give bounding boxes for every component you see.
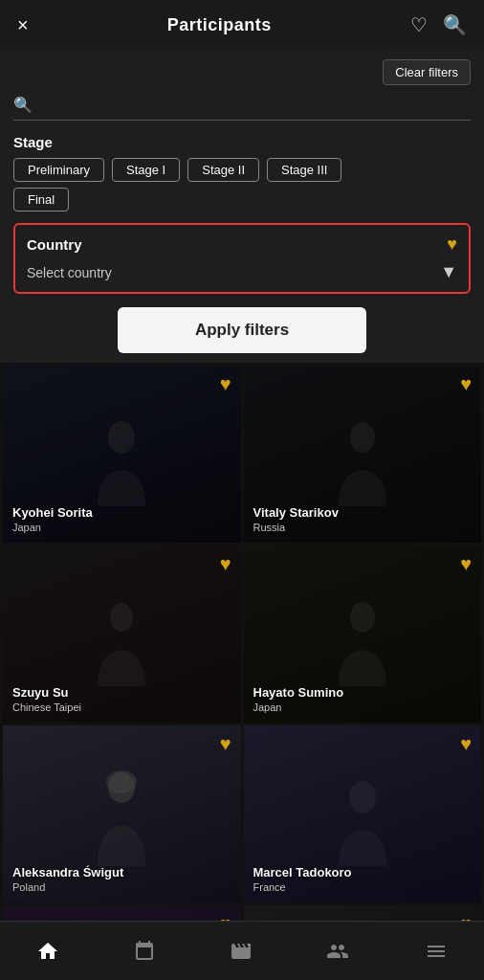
participant-card[interactable]: ♥ Vitaly Starikov Russia bbox=[244, 366, 482, 543]
country-section[interactable]: Country ♥ Select country ▼ bbox=[13, 223, 471, 294]
card-content: Marcel Tadokoro France bbox=[253, 865, 473, 893]
participant-card[interactable]: ♥ Hayato Sumino Japan bbox=[244, 546, 482, 723]
nav-participants[interactable] bbox=[326, 940, 351, 963]
participant-name: Marcel Tadokoro bbox=[253, 865, 473, 880]
participant-country: Japan bbox=[12, 522, 231, 533]
stage-buttons: Preliminary Stage I Stage II Stage III bbox=[13, 158, 471, 182]
participant-name: Vitaly Starikov bbox=[253, 505, 473, 520]
country-select-row: Select country ▼ bbox=[27, 262, 457, 282]
participant-country: Chinese Taipei bbox=[12, 702, 231, 713]
apply-filters-button[interactable]: Apply filters bbox=[118, 307, 366, 353]
card-heart-icon[interactable]: ♥ bbox=[220, 553, 231, 575]
card-heart-icon[interactable]: ♥ bbox=[460, 373, 472, 395]
stage-preliminary-button[interactable]: Preliminary bbox=[13, 158, 104, 182]
participant-card[interactable]: ♥ Kyohei Sorita Japan bbox=[3, 366, 241, 543]
participant-name: Aleksandra Świgut bbox=[12, 865, 231, 880]
card-heart-icon[interactable]: ♥ bbox=[460, 553, 472, 575]
stage-label: Stage bbox=[13, 134, 471, 150]
participant-name: Szuyu Su bbox=[12, 685, 231, 700]
card-content: Szuyu Su Chinese Taipei bbox=[12, 685, 231, 713]
svg-point-3 bbox=[350, 602, 375, 633]
card-content: Kyohei Sorita Japan bbox=[12, 505, 231, 533]
stage-buttons-row2: Final bbox=[13, 188, 471, 212]
card-heart-icon[interactable]: ♥ bbox=[220, 733, 231, 755]
bottom-nav bbox=[0, 921, 484, 980]
svg-point-0 bbox=[108, 421, 135, 454]
participant-name: Hayato Sumino bbox=[253, 685, 473, 700]
stage-3-button[interactable]: Stage III bbox=[267, 158, 341, 182]
participant-card[interactable]: ♥ Marcel Tadokoro France bbox=[244, 725, 482, 902]
search-header-icon[interactable]: 🔍 bbox=[443, 13, 467, 36]
stage-section: Stage Preliminary Stage I Stage II Stage… bbox=[13, 134, 471, 212]
stage-1-button[interactable]: Stage I bbox=[112, 158, 180, 182]
nav-menu[interactable] bbox=[425, 940, 448, 963]
card-content: Hayato Sumino Japan bbox=[253, 685, 473, 713]
search-input[interactable] bbox=[40, 97, 471, 113]
dropdown-arrow-icon: ▼ bbox=[440, 262, 457, 282]
nav-films[interactable] bbox=[230, 940, 253, 963]
nav-home[interactable] bbox=[36, 940, 59, 963]
close-icon[interactable]: × bbox=[17, 14, 29, 36]
svg-point-6 bbox=[349, 781, 376, 813]
stage-2-button[interactable]: Stage II bbox=[187, 158, 259, 182]
country-label: Country bbox=[27, 236, 82, 253]
favorites-icon[interactable]: ♡ bbox=[410, 13, 428, 36]
card-heart-icon[interactable]: ♥ bbox=[460, 733, 472, 755]
participant-card[interactable]: ♥ Aleksandra Świgut Poland bbox=[3, 725, 241, 902]
country-heart-icon: ♥ bbox=[447, 234, 457, 255]
filter-panel: Clear filters 🔍 Stage Preliminary Stage … bbox=[0, 50, 484, 363]
card-content: Vitaly Starikov Russia bbox=[253, 505, 473, 533]
participant-card[interactable]: ♥ Szuyu Su Chinese Taipei bbox=[3, 546, 241, 723]
svg-point-2 bbox=[110, 603, 133, 632]
svg-point-1 bbox=[350, 422, 375, 453]
country-header: Country ♥ bbox=[27, 234, 457, 255]
nav-calendar[interactable] bbox=[133, 940, 156, 963]
card-heart-icon[interactable]: ♥ bbox=[220, 373, 231, 395]
participant-country: France bbox=[253, 881, 473, 893]
search-icon: 🔍 bbox=[13, 96, 33, 114]
stage-final-button[interactable]: Final bbox=[13, 188, 69, 212]
card-content: Aleksandra Świgut Poland bbox=[12, 865, 231, 893]
svg-point-5 bbox=[106, 770, 137, 793]
search-row: 🔍 bbox=[13, 90, 471, 121]
participant-country: Poland bbox=[12, 881, 231, 893]
participant-country: Japan bbox=[253, 702, 473, 713]
page-title: Participants bbox=[167, 15, 272, 35]
participant-name: Kyohei Sorita bbox=[12, 505, 231, 520]
clear-filters-button[interactable]: Clear filters bbox=[383, 59, 471, 85]
header: × Participants ♡ 🔍 bbox=[0, 0, 484, 50]
country-placeholder: Select country bbox=[27, 265, 112, 280]
participant-country: Russia bbox=[253, 522, 473, 533]
participants-grid: ♥ Kyohei Sorita Japan ♥ Vitaly Starikov … bbox=[0, 363, 484, 980]
